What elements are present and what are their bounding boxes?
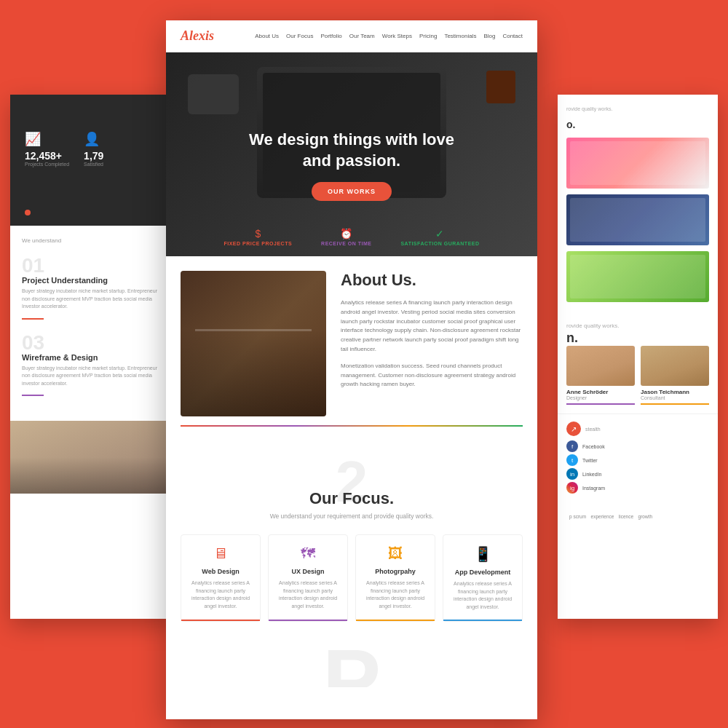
nav-worksteps[interactable]: Work Steps [382,33,412,39]
nav-pricing[interactable]: Pricing [419,33,437,39]
nav-team[interactable]: Our Team [349,33,375,39]
rp-tags-section: p scrum experience licence growth [558,501,718,529]
stat-satisfied-label: Satisfied [84,162,103,167]
stealth-label: stealth [585,427,601,432]
about-title: About Us. [341,271,523,290]
tag-licence: licence [619,514,633,519]
step-3-number: 03 [22,333,166,353]
about-inner: About Us. Analytics release series A fin… [166,256,537,431]
twitter-label: Twitter [582,458,598,463]
linkedin-label: LinkedIn [582,472,601,477]
instagram-icon: ig [566,482,578,494]
jason-line [641,403,709,405]
twitter-icon: t [566,454,578,466]
hero-badges: $ FIXED PRICE PROJECTS ⏰ RECEIVE ON TIME… [166,228,537,246]
tag-scrum: p scrum [569,514,586,519]
about-office-image [181,271,326,416]
badge-fixed-price: $ FIXED PRICE PROJECTS [223,228,292,246]
screenshot-3 [566,251,709,302]
hero-cta-button[interactable]: OUR WORKS [312,182,392,201]
nav-logo[interactable]: Alexis [181,28,255,44]
social-instagram[interactable]: ig Instagram [566,482,709,494]
nav-blog[interactable]: Blog [483,33,495,39]
office-photo [10,421,178,494]
screenshot-1-inner [570,141,705,185]
linkedin-icon: in [566,468,578,480]
chart-icon: 📈 [25,131,69,147]
nav-portfolio[interactable]: Portfolio [320,33,341,39]
nav-about[interactable]: About Us [255,33,279,39]
share-icon: ↗ [566,422,581,436]
step-1-title: Project Understanding [22,276,166,285]
about-section: About Us. Analytics release series A fin… [166,256,537,431]
right-panel: rovide quality works. o. rovide quality … [558,95,718,619]
dollar-icon: $ [223,228,292,240]
rp-team-title: n. [566,331,709,346]
lp-indicator-dot [25,210,31,215]
nav-testimonials[interactable]: Testimonials [444,33,476,39]
stat-satisfied: 👤 1,79 Satisfied [84,131,103,167]
photography-icon: 🖼 [362,545,429,562]
social-twitter[interactable]: t Twitter [566,454,709,466]
instagram-label: Instagram [582,486,605,491]
focus-card-ux-design: 🗺 UX Design Analytics release series A f… [268,534,348,622]
hero-title: We design things with loveand passion. [249,130,454,171]
nav-contact[interactable]: Contact [502,33,523,39]
step-3-block: 03 Wireframe & Design Buyer strategy inc… [22,333,166,397]
team-members-list: Anne Schröder Designer Jason Teichmann C… [566,346,709,405]
screenshot-3-inner [570,255,705,298]
left-panel: 📈 12,458+ Projects Completed 👤 1,79 Sati… [10,95,178,619]
anne-line [566,403,635,405]
facebook-icon: f [566,440,578,452]
step-1-block: 01 Project Understanding Buyer strategy … [22,256,166,320]
stat-projects-label: Projects Completed [25,162,69,167]
ux-design-text: Analytics release series A financing lau… [274,579,341,610]
facebook-label: Facebook [582,444,605,449]
rp-team-provide: rovide quality works. [566,323,709,329]
focus-title: Our Focus. [181,489,523,508]
anne-role: Designer [566,395,635,400]
main-nav: Alexis About Us Our Focus Portfolio Our … [166,20,537,52]
focus-card-app-dev: 📱 App Development Analytics release seri… [443,534,523,622]
focus-section: 2 Our Focus. We understand your requirem… [166,431,537,636]
focus-cards-row: 🖥 Web Design Analytics release series A … [181,534,523,622]
jason-role: Consultant [641,395,709,400]
photography-text: Analytics release series A financing lau… [362,579,429,610]
about-paragraph-1: Analytics release series A financing lau… [341,298,523,355]
ux-design-icon: 🗺 [274,545,341,562]
anne-photo [566,346,635,386]
rp-screenshots-list [566,138,709,302]
ux-design-title: UX Design [274,568,341,575]
web-design-title: Web Design [187,568,254,575]
screenshot-2-inner [570,198,705,242]
we-understand-label: We understand [22,237,166,244]
social-facebook[interactable]: f Facebook [566,440,709,452]
jason-name: Jason Teichmann [641,389,709,395]
focus-subtitle: We understand your requirement and provi… [181,513,523,520]
about-paragraph-2: Monetization validation success. Seed ro… [341,362,523,389]
stat-projects: 📈 12,458+ Projects Completed [25,131,69,167]
step-3-line [22,395,44,396]
lp-dark-section: 📈 12,458+ Projects Completed 👤 1,79 Sati… [10,95,178,226]
about-color-line [181,425,523,427]
share-row: ↗ stealth [566,422,709,436]
focus-card-photography: 🖼 Photogrpahy Analytics release series A… [355,534,435,622]
screenshot-2 [566,194,709,245]
section-big-letter: P [166,636,537,687]
focus-card-web-design: 🖥 Web Design Analytics release series A … [181,534,261,622]
hero-section: We design things with loveand passion. O… [166,52,537,256]
social-linkedin[interactable]: in LinkedIn [566,468,709,480]
member-jason: Jason Teichmann Consultant [641,346,709,405]
user-icon: 👤 [84,131,103,147]
tag-growth: growth [638,514,653,519]
stat-projects-num: 12,458+ [25,150,69,162]
web-design-text: Analytics release series A financing lau… [187,579,254,610]
hero-cup [486,71,515,103]
lp-stats: 📈 12,458+ Projects Completed 👤 1,79 Sati… [25,131,163,167]
stat-satisfied-num: 1,79 [84,150,103,162]
check-icon: ✓ [400,228,479,240]
step-1-text: Buyer strategy incubator niche market st… [22,288,166,311]
badge-fixed-text: FIXED PRICE PROJECTS [223,241,292,246]
nav-focus[interactable]: Our Focus [286,33,313,39]
step-3-text: Buyer strategy incubator niche market st… [22,365,166,388]
